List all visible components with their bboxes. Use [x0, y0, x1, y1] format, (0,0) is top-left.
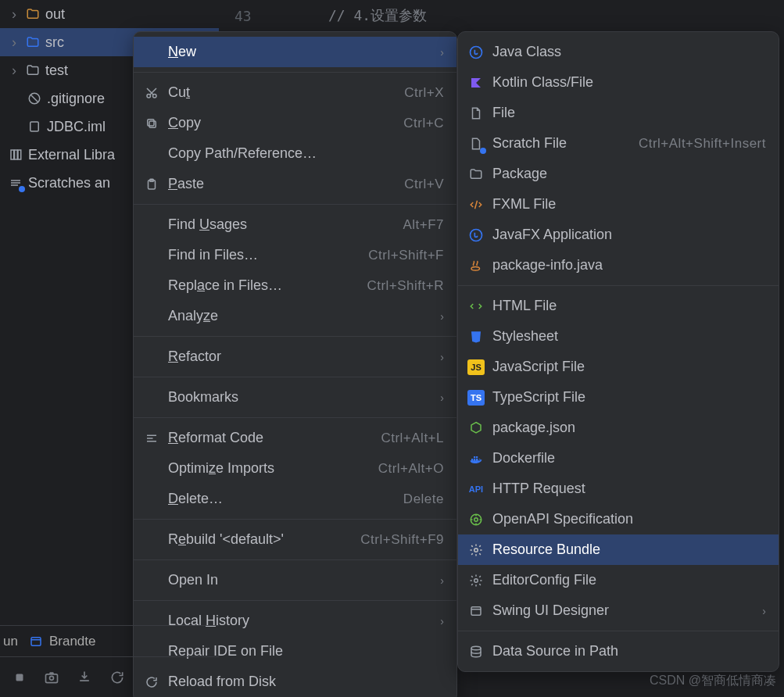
submenu-dockerfile[interactable]: Dockerfile — [458, 443, 779, 474]
css-icon — [467, 328, 485, 345]
refresh-icon[interactable] — [109, 670, 125, 685]
shortcut: Ctrl+V — [404, 177, 444, 192]
menu-rebuild[interactable]: Rebuild '<default>' Ctrl+Shift+F9 — [134, 524, 456, 555]
fxml-icon — [467, 196, 485, 213]
java-file-icon — [467, 257, 485, 274]
svg-point-19 — [471, 646, 481, 650]
tree-label: Scratches an — [28, 175, 110, 191]
menu-bookmarks[interactable]: Bookmarks › — [134, 382, 456, 413]
menu-replace-in-files[interactable]: Replace in Files… Ctrl+Shift+R — [134, 270, 456, 301]
menu-reformat-code[interactable]: Reformat Code Ctrl+Alt+L — [134, 423, 456, 453]
svg-rect-18 — [471, 606, 481, 615]
java-class-icon — [467, 44, 485, 61]
submenu-package-info[interactable]: package-info.java — [458, 250, 779, 281]
svg-point-16 — [474, 548, 478, 552]
chevron-right-icon: › — [440, 615, 444, 627]
window-icon — [467, 602, 485, 620]
js-icon: JS — [467, 359, 485, 375]
separator — [458, 631, 779, 631]
shortcut: Delete — [403, 491, 444, 507]
tab-run[interactable]: un — [3, 634, 18, 649]
submenu-ts-file[interactable]: TS TypeScript File — [458, 382, 779, 413]
watermark: CSDN @智商低情商凑 — [650, 673, 776, 689]
submenu-fxml[interactable]: FXML File — [458, 189, 779, 220]
submenu-file[interactable]: File — [458, 98, 779, 128]
submenu-data-source[interactable]: Data Source in Path — [458, 636, 779, 667]
menu-analyze[interactable]: Analyze › — [134, 301, 456, 331]
svg-rect-8 — [148, 119, 154, 125]
ts-icon: TS — [467, 390, 485, 406]
shortcut: Ctrl+Alt+Shift+Insert — [639, 136, 766, 152]
menu-find-usages[interactable]: Find Usages Alt+F7 — [134, 209, 456, 240]
tree-label: External Libra — [28, 147, 115, 163]
folder-icon — [467, 166, 485, 183]
kotlin-icon — [467, 74, 485, 91]
tab-brand[interactable]: Brandte — [29, 634, 96, 649]
tree-label: out — [45, 6, 65, 23]
submenu-package[interactable]: Package — [458, 159, 779, 189]
svg-rect-4 — [18, 150, 21, 159]
shortcut: Ctrl+X — [404, 85, 444, 101]
shortcut: Ctrl+Shift+F — [368, 248, 444, 263]
docker-icon — [467, 450, 485, 467]
submenu-swing[interactable]: Swing UI Designer › — [458, 595, 779, 626]
svg-point-23 — [50, 676, 54, 680]
shortcut: Ctrl+C — [403, 116, 444, 131]
java-class-icon — [467, 227, 485, 244]
api-icon: API — [467, 481, 485, 498]
submenu-java-class[interactable]: Java Class — [458, 37, 779, 67]
menu-refactor[interactable]: Refactor › — [134, 341, 456, 372]
submenu-package-json[interactable]: package.json — [458, 413, 779, 443]
svg-point-12 — [471, 229, 482, 241]
submenu-javafx[interactable]: JavaFX Application — [458, 220, 779, 250]
svg-point-17 — [474, 578, 478, 582]
folder-icon — [25, 63, 41, 78]
submenu-http-request[interactable]: API HTTP Request — [458, 474, 779, 504]
submenu-html[interactable]: HTML File — [458, 291, 779, 321]
shortcut: Ctrl+Alt+L — [381, 431, 444, 446]
separator — [134, 559, 456, 560]
submenu-resource-bundle[interactable]: Resource Bundle — [458, 534, 779, 565]
menu-find-in-files[interactable]: Find in Files… Ctrl+Shift+F — [134, 240, 456, 270]
folder-icon — [25, 6, 41, 22]
svg-rect-20 — [31, 637, 41, 645]
stop-icon[interactable] — [13, 670, 27, 684]
separator — [134, 600, 456, 601]
chevron-right-icon: › — [762, 605, 766, 617]
submenu-scratch-file[interactable]: Scratch File Ctrl+Alt+Shift+Insert — [458, 128, 779, 159]
submenu-stylesheet[interactable]: Stylesheet — [458, 321, 779, 352]
gear-icon — [467, 572, 485, 589]
menu-delete[interactable]: Delete… Delete — [134, 484, 456, 514]
shortcut: Alt+F7 — [403, 217, 444, 233]
html-icon — [467, 298, 485, 315]
import-icon[interactable] — [77, 670, 92, 685]
menu-optimize-imports[interactable]: Optimize Imports Ctrl+Alt+O — [134, 453, 456, 484]
bottom-toolbar — [0, 656, 219, 697]
svg-rect-3 — [15, 150, 18, 159]
submenu-kotlin[interactable]: Kotlin Class/File — [458, 67, 779, 98]
chevron-right-icon: › — [440, 310, 444, 323]
menu-copy-path[interactable]: Copy Path/Reference… — [134, 138, 456, 169]
tree-label: .gitignore — [47, 91, 105, 107]
menu-paste[interactable]: Paste Ctrl+V — [134, 169, 456, 199]
submenu-js-file[interactable]: JS JavaScript File — [458, 352, 779, 382]
tree-item-out[interactable]: › out — [0, 0, 219, 28]
menu-copy[interactable]: Copy Ctrl+C — [134, 108, 456, 138]
separator — [134, 204, 456, 205]
menu-open-in[interactable]: Open In › — [134, 565, 456, 595]
separator — [134, 377, 456, 377]
chevron-right-icon: › — [440, 391, 444, 404]
tree-label: test — [45, 63, 68, 79]
menu-cut[interactable]: Cut Ctrl+X — [134, 77, 456, 108]
menu-new[interactable]: New › — [134, 37, 456, 67]
submenu-openapi[interactable]: OpenAPI Specification — [458, 504, 779, 534]
reformat-icon — [143, 430, 160, 447]
submenu-editorconfig[interactable]: EditorConfig File — [458, 565, 779, 595]
gear-icon — [467, 542, 485, 559]
tree-label: src — [45, 34, 64, 51]
camera-icon[interactable] — [44, 670, 59, 685]
library-icon — [8, 147, 23, 163]
svg-point-13 — [471, 266, 480, 270]
line-number: 43 — [234, 8, 328, 24]
shortcut: Ctrl+Shift+R — [367, 278, 444, 294]
